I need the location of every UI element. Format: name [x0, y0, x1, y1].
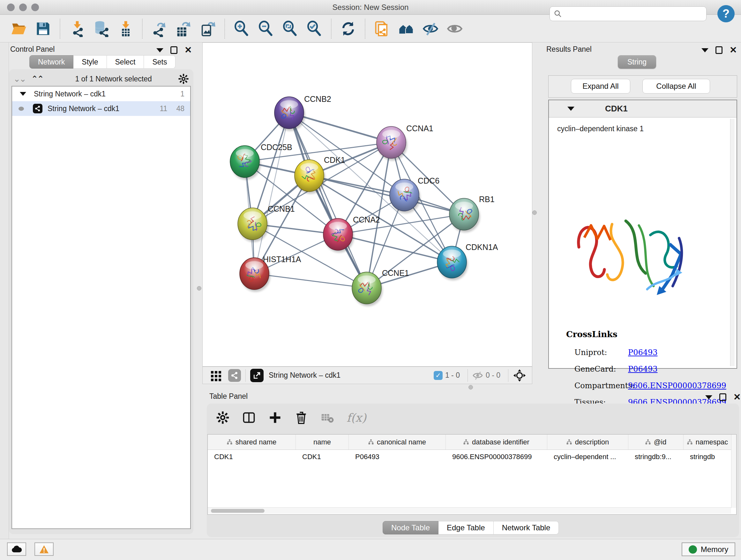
cloud-services-button[interactable] [7, 543, 26, 556]
tab-edge-table[interactable]: Edge Table [439, 521, 494, 535]
network-collection-row[interactable]: String Network – cdk1 1 [12, 86, 190, 101]
left-splitter-handle[interactable] [197, 286, 201, 291]
column-header-description[interactable]: description [547, 435, 628, 449]
show-columns-icon[interactable] [242, 411, 256, 425]
node-label-CDC25B: CDC25B [261, 143, 292, 152]
tab-select[interactable]: Select [107, 55, 144, 69]
help-button[interactable]: ? [718, 5, 735, 22]
table-vertical-scrollbar[interactable] [731, 435, 736, 508]
tab-network[interactable]: Network [29, 55, 73, 69]
results-scrollbar[interactable] [730, 119, 735, 366]
float-panel-icon[interactable] [716, 46, 723, 54]
close-panel-icon[interactable]: ✕ [730, 46, 737, 54]
column-header-namespac[interactable]: namespac [684, 435, 732, 449]
right-splitter-handle[interactable] [532, 210, 537, 215]
column-type-icon [227, 439, 232, 445]
delete-column-icon[interactable] [294, 411, 308, 425]
column-header-id[interactable]: @id [628, 435, 684, 449]
control-panel: Control Panel ✕ NetworkStyleSelectSets ⌄… [9, 43, 198, 539]
node-CDC25B[interactable] [230, 145, 261, 180]
table-row[interactable]: CDK1CDK1P064939606.ENSP00000378699cyclin… [208, 450, 736, 464]
node-CDKN1A[interactable] [437, 246, 468, 280]
expand-all-networks-icon[interactable]: ⌃⌃ [31, 74, 44, 84]
apply-layout-button[interactable] [339, 19, 357, 38]
open-in-new-window-icon[interactable] [250, 369, 264, 382]
edge-CCNB2-HIST1H1A[interactable] [254, 113, 289, 273]
node-label-CDC6: CDC6 [418, 176, 440, 185]
export-table-button[interactable] [174, 19, 193, 38]
function-builder-button[interactable]: f(x) [347, 411, 366, 424]
network-options-gear-icon[interactable] [178, 73, 189, 84]
collapse-all-button[interactable]: Collapse All [643, 79, 710, 94]
open-session-button[interactable] [10, 19, 28, 38]
crosslink-link-uniprot[interactable]: P06493 [628, 348, 658, 357]
network-row[interactable]: String Network – cdk1 11 48 [12, 101, 190, 116]
selected-checkbox-icon[interactable]: ✓ [434, 371, 443, 380]
fit-selected-crosshair-icon[interactable] [513, 369, 526, 382]
column-header-shared-name[interactable]: shared name [208, 435, 296, 449]
collection-expand-icon[interactable] [20, 92, 26, 96]
float-panel-icon[interactable] [719, 393, 726, 401]
table-horizontal-scrollbar[interactable] [208, 507, 731, 514]
import-network-from-database-button[interactable] [92, 19, 111, 38]
zoom-out-button[interactable] [257, 19, 275, 38]
zoom-fit-button[interactable] [281, 19, 299, 38]
tab-network-table[interactable]: Network Table [494, 521, 559, 535]
panel-menu-icon[interactable] [705, 395, 712, 399]
node-label-HIST1H1A: HIST1H1A [263, 255, 301, 264]
node-CDC6[interactable] [390, 179, 420, 213]
close-panel-icon[interactable]: ✕ [185, 46, 192, 54]
entry-collapse-icon[interactable] [567, 107, 575, 111]
string-network-graph[interactable]: CCNB2CCNA1CDC25BCDK1CDC6RB1CCNB1CCNA2CDK… [203, 43, 532, 366]
network-tree: String Network – cdk1 1 String Network –… [11, 86, 191, 529]
hide-selected-button[interactable] [421, 19, 440, 38]
node-CCNA2[interactable] [323, 219, 354, 253]
import-table-button[interactable] [116, 19, 135, 38]
save-session-button[interactable] [34, 19, 52, 38]
panel-menu-icon[interactable] [701, 48, 709, 52]
network-grid-view-icon[interactable] [210, 370, 222, 381]
import-network-button[interactable] [68, 19, 86, 38]
node-RB1[interactable] [449, 198, 480, 233]
add-column-icon[interactable] [268, 411, 282, 425]
network-birdseye-toggle[interactable] [228, 369, 241, 382]
edge-CDK1-RB1[interactable] [309, 176, 464, 214]
zoom-selected-button[interactable] [305, 19, 324, 38]
clone-network-button[interactable] [373, 19, 391, 38]
float-panel-icon[interactable] [171, 46, 178, 54]
expand-all-button[interactable]: Expand All [571, 79, 630, 94]
close-panel-icon[interactable]: ✕ [733, 393, 741, 401]
column-header-canonical-name[interactable]: canonical name [349, 435, 446, 449]
export-network-button[interactable] [150, 19, 169, 38]
zoom-in-button[interactable] [232, 19, 251, 38]
show-all-button[interactable] [446, 19, 464, 38]
search-box[interactable] [549, 6, 706, 21]
warnings-button[interactable] [35, 543, 54, 556]
toolbar-separator [331, 19, 332, 39]
node-label-CCNE1: CCNE1 [382, 268, 409, 277]
node-CDK1[interactable] [294, 160, 325, 194]
node-CCNA1[interactable] [377, 126, 407, 161]
node-CCNB2[interactable] [274, 97, 305, 131]
delete-table-icon[interactable] [320, 411, 334, 425]
search-input[interactable] [564, 10, 698, 18]
node-CCNE1[interactable] [352, 272, 383, 306]
panel-menu-icon[interactable] [156, 48, 163, 52]
table-options-gear-icon[interactable] [216, 411, 230, 425]
tab-node-table[interactable]: Node Table [383, 521, 439, 535]
edge-HIST1H1A-CCNE1[interactable] [254, 273, 367, 288]
export-image-button[interactable] [199, 19, 217, 38]
hidden-eye-slash-icon[interactable] [472, 371, 483, 380]
cdk1-entry-header[interactable]: CDK1 [549, 100, 737, 118]
memory-status-button[interactable]: Memory [682, 543, 735, 556]
tab-style[interactable]: Style [73, 55, 107, 69]
crosslink-link-genecard[interactable]: P06493 [628, 365, 658, 374]
tab-string[interactable]: String [618, 55, 656, 69]
home-view-button[interactable] [397, 19, 415, 38]
tab-sets[interactable]: Sets [144, 55, 176, 69]
scrollbar-thumb[interactable] [211, 509, 265, 513]
collapse-all-networks-icon[interactable]: ⌄⌄ [13, 74, 25, 84]
column-header-database-identifier[interactable]: database identifier [446, 435, 547, 449]
column-header-name[interactable]: name [296, 435, 349, 449]
network-view-canvas[interactable]: CCNB2CCNA1CDC25BCDK1CDC6RB1CCNB1CCNA2CDK… [202, 43, 532, 367]
